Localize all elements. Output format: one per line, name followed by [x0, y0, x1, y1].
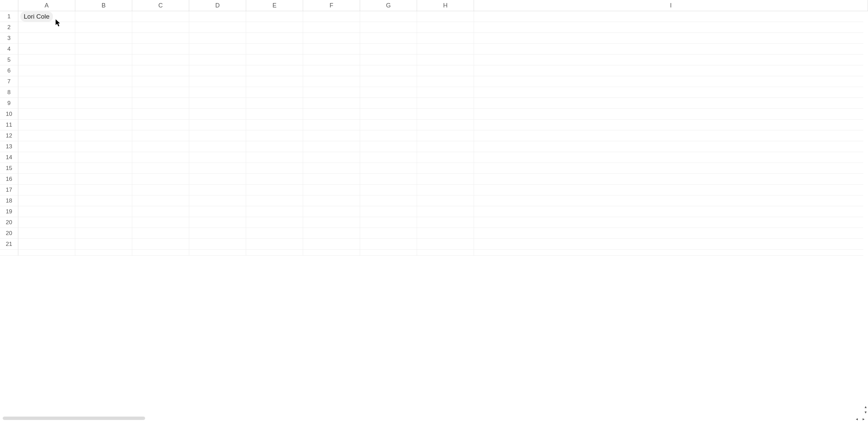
- cell[interactable]: [303, 228, 360, 239]
- cell[interactable]: [18, 195, 75, 206]
- cell[interactable]: [189, 22, 246, 33]
- cell[interactable]: [360, 87, 417, 98]
- cell[interactable]: [132, 109, 189, 120]
- cell[interactable]: [18, 87, 75, 98]
- cell[interactable]: [189, 65, 246, 76]
- cell[interactable]: [417, 228, 474, 239]
- cell[interactable]: [189, 76, 246, 87]
- cell[interactable]: [417, 141, 474, 152]
- cell[interactable]: [18, 185, 75, 195]
- cell[interactable]: [303, 55, 360, 65]
- cell[interactable]: [18, 55, 75, 65]
- row-header[interactable]: 17: [0, 185, 18, 195]
- cell[interactable]: [75, 141, 132, 152]
- cell[interactable]: [132, 174, 189, 185]
- column-header[interactable]: F: [303, 0, 360, 11]
- cell[interactable]: [474, 152, 868, 163]
- cell[interactable]: [189, 152, 246, 163]
- cell[interactable]: [132, 120, 189, 130]
- cell[interactable]: [18, 174, 75, 185]
- row-header[interactable]: [0, 250, 18, 256]
- cell[interactable]: [474, 33, 868, 44]
- cell[interactable]: [132, 55, 189, 65]
- cell[interactable]: [474, 239, 868, 250]
- row-header[interactable]: 5: [0, 55, 18, 65]
- column-header[interactable]: A: [18, 0, 75, 11]
- cell[interactable]: [132, 152, 189, 163]
- cell[interactable]: [132, 22, 189, 33]
- cell[interactable]: [303, 33, 360, 44]
- cell[interactable]: [75, 55, 132, 65]
- cell[interactable]: [75, 44, 132, 55]
- cell[interactable]: [189, 239, 246, 250]
- horizontal-scrollbar[interactable]: ◂ ▸: [0, 415, 868, 422]
- cell[interactable]: [417, 120, 474, 130]
- cell[interactable]: [18, 163, 75, 174]
- cell[interactable]: [474, 22, 868, 33]
- cell[interactable]: [417, 109, 474, 120]
- cell[interactable]: [18, 130, 75, 141]
- cell[interactable]: [132, 11, 189, 22]
- cell[interactable]: [189, 87, 246, 98]
- row-header[interactable]: 20: [0, 217, 18, 228]
- cell[interactable]: [303, 120, 360, 130]
- cell[interactable]: [474, 228, 868, 239]
- cell[interactable]: [75, 152, 132, 163]
- cell[interactable]: [303, 163, 360, 174]
- cell[interactable]: [189, 33, 246, 44]
- column-header[interactable]: G: [360, 0, 417, 11]
- cell[interactable]: [18, 239, 75, 250]
- column-header[interactable]: B: [75, 0, 132, 11]
- cell[interactable]: [132, 206, 189, 217]
- cell[interactable]: [246, 250, 303, 256]
- column-header[interactable]: E: [246, 0, 303, 11]
- cell[interactable]: [360, 152, 417, 163]
- cell[interactable]: [246, 22, 303, 33]
- cell[interactable]: [18, 206, 75, 217]
- cell[interactable]: [474, 44, 868, 55]
- cell[interactable]: [132, 195, 189, 206]
- cell[interactable]: [132, 130, 189, 141]
- cell[interactable]: [132, 141, 189, 152]
- cell[interactable]: [360, 55, 417, 65]
- cell[interactable]: [303, 109, 360, 120]
- cell[interactable]: [18, 33, 75, 44]
- cell[interactable]: [474, 120, 868, 130]
- column-header[interactable]: H: [417, 0, 474, 11]
- cell[interactable]: [189, 130, 246, 141]
- cell[interactable]: [417, 44, 474, 55]
- cell[interactable]: [18, 76, 75, 87]
- people-chip[interactable]: Lori Cole: [20, 12, 53, 22]
- cell[interactable]: [360, 217, 417, 228]
- cell[interactable]: [18, 217, 75, 228]
- cell[interactable]: [75, 239, 132, 250]
- row-header[interactable]: 6: [0, 65, 18, 76]
- cell[interactable]: [417, 22, 474, 33]
- cell[interactable]: [303, 152, 360, 163]
- cell[interactable]: [417, 163, 474, 174]
- cell[interactable]: [303, 250, 360, 256]
- cell[interactable]: [417, 55, 474, 65]
- cell[interactable]: [18, 22, 75, 33]
- column-header[interactable]: I: [474, 0, 868, 11]
- cell[interactable]: [474, 65, 868, 76]
- cell[interactable]: [303, 185, 360, 195]
- row-header[interactable]: 21: [0, 239, 18, 250]
- cell[interactable]: [474, 217, 868, 228]
- cell[interactable]: [360, 141, 417, 152]
- cell[interactable]: [303, 141, 360, 152]
- cell[interactable]: [246, 174, 303, 185]
- cell[interactable]: [246, 109, 303, 120]
- cell[interactable]: [132, 250, 189, 256]
- cell[interactable]: [18, 152, 75, 163]
- cell[interactable]: [246, 206, 303, 217]
- cell[interactable]: [18, 250, 75, 256]
- cell[interactable]: [360, 250, 417, 256]
- cell[interactable]: [360, 11, 417, 22]
- cell[interactable]: [246, 11, 303, 22]
- cell[interactable]: [246, 130, 303, 141]
- cell[interactable]: [189, 163, 246, 174]
- vertical-scrollbar[interactable]: ▴ ▾: [863, 11, 868, 415]
- row-header[interactable]: 18: [0, 195, 18, 206]
- cell[interactable]: [132, 44, 189, 55]
